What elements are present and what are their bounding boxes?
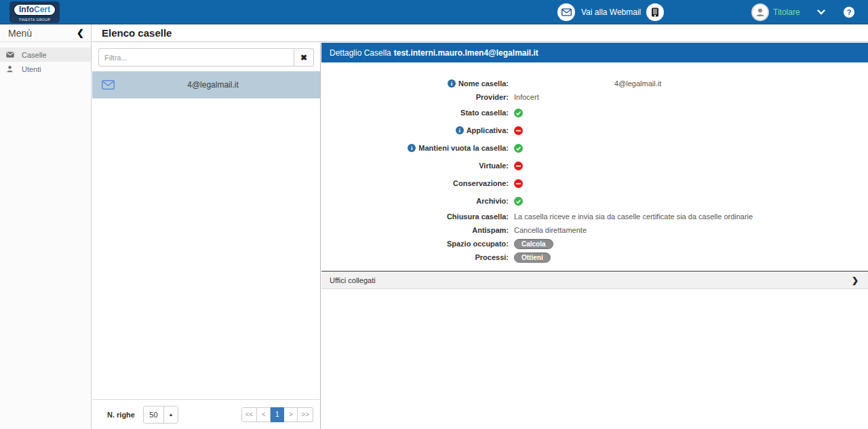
filter-input[interactable] (98, 48, 294, 67)
calcola-button[interactable]: Calcola (514, 239, 553, 249)
info-icon[interactable]: i (408, 144, 416, 152)
mailbox-list-panel: ✖ 4@legalmail.it N. righe 50 ▲ << < 1 > … (92, 43, 321, 429)
webmail-link[interactable]: Vai alla Webmail (581, 0, 641, 24)
detail-row: Conservazione: (321, 174, 868, 192)
chevron-right-icon: ❯ (852, 276, 859, 285)
detail-row: Antispam: Cancella direttamente (321, 223, 868, 237)
offices-icon[interactable] (646, 3, 664, 21)
detail-label: Applicativa: (467, 126, 509, 134)
detail-label: Antispam: (472, 226, 509, 234)
status-ok-icon (514, 109, 523, 117)
status-ok-icon (514, 144, 523, 153)
page-last-button[interactable]: >> (298, 407, 313, 422)
user-icon (6, 65, 14, 73)
rows-per-page-select[interactable]: 50 ▲ (143, 406, 178, 424)
detail-row: Chiusura casella: La casella riceve e in… (321, 210, 868, 223)
sidebar-header: Menù ❮ (0, 24, 91, 42)
status-no-icon (514, 162, 523, 170)
mailbox-detail-panel: Dettaglio Casella test.interni.mauro.lme… (321, 43, 868, 429)
filter-group: ✖ (98, 48, 314, 67)
detail-label: Provider: (476, 93, 509, 101)
pagination: << < 1 > >> (241, 407, 313, 422)
detail-row: Spazio occupato: Calcola (321, 237, 868, 250)
detail-value: Cancella direttamente (514, 226, 587, 234)
sidebar-collapse-icon[interactable]: ❮ (77, 28, 84, 38)
detail-label: Processi: (475, 253, 509, 261)
status-no-icon (514, 179, 523, 188)
page-next-button[interactable]: > (284, 407, 298, 422)
page-header: Elenco caselle (92, 24, 868, 42)
detail-label: Archivio: (476, 197, 509, 205)
logo-text-info: Info (19, 5, 34, 14)
detail-row: Provider: Infocert (321, 90, 868, 104)
detail-header-mailbox: test.interni.mauro.lmen4@legalmail.it (394, 48, 538, 58)
sidebar-item-utenti[interactable]: Utenti (0, 62, 91, 76)
detail-row: Stato casella: (321, 104, 868, 122)
detail-label: Nome casella: (458, 79, 509, 88)
sidebar-item-label: Utenti (22, 65, 41, 73)
envelope-icon (6, 51, 14, 59)
webmail-envelope-icon[interactable] (557, 3, 575, 21)
info-icon[interactable]: i (448, 79, 456, 88)
page-first-button[interactable]: << (241, 407, 258, 422)
detail-label: Spazio occupato: (447, 240, 509, 248)
sidebar: Menù ❮ Caselle Utenti (0, 24, 92, 429)
chevron-down-icon[interactable] (817, 0, 825, 24)
detail-label: Mantieni vuota la casella: (418, 144, 509, 152)
info-icon[interactable]: i (456, 126, 464, 134)
logo-subtitle: TINEXTA GROUP (19, 18, 51, 22)
sidebar-item-label: Caselle (22, 51, 47, 59)
user-role-label[interactable]: Titolare (773, 0, 800, 24)
detail-row: iMantieni vuota la casella: (321, 139, 868, 157)
page-prev-button[interactable]: < (257, 407, 271, 422)
detail-label: Chiusura casella: (447, 212, 509, 221)
detail-value: Infocert (514, 93, 539, 101)
sidebar-title: Menù (8, 28, 32, 39)
page-current-button[interactable]: 1 (271, 407, 284, 422)
detail-label: Virtuale: (479, 162, 509, 170)
page-title: Elenco caselle (92, 27, 172, 39)
detail-header: Dettaglio Casella test.interni.mauro.lme… (321, 43, 868, 62)
infocert-logo[interactable]: InfoCert TINEXTA GROUP (9, 1, 60, 23)
detail-value: La casella riceve e invia sia da caselle… (514, 212, 753, 221)
ottieni-button[interactable]: Ottieni (514, 253, 551, 263)
sidebar-item-caselle[interactable]: Caselle (0, 48, 91, 62)
detail-label: Conservazione: (453, 179, 509, 187)
rows-per-page-value: 50 (144, 407, 163, 423)
detail-label: Stato casella: (460, 109, 509, 117)
uffici-collegati-accordion[interactable]: Uffici collegati ❯ (321, 271, 868, 289)
detail-rows: iNome casella: 4@legalmail.it Provider: … (321, 62, 868, 264)
help-icon[interactable]: ? (844, 7, 854, 18)
detail-row: iApplicativa: (321, 122, 868, 139)
status-ok-icon (514, 197, 523, 206)
rows-per-page-label: N. righe (107, 411, 135, 419)
status-no-icon (514, 126, 523, 135)
detail-row: iNome casella: 4@legalmail.it (321, 77, 868, 90)
accordion-label: Uffici collegati (330, 276, 376, 284)
user-avatar[interactable] (751, 3, 769, 21)
list-footer: N. righe 50 ▲ << < 1 > >> (92, 399, 320, 429)
detail-value: 4@legalmail.it (614, 79, 661, 88)
detail-header-prefix: Dettaglio Casella (330, 48, 391, 58)
mailbox-list-item[interactable]: 4@legalmail.it (92, 71, 320, 98)
topbar: InfoCert TINEXTA GROUP Vai alla Webmail … (0, 0, 868, 24)
caret-up-icon: ▲ (163, 407, 178, 423)
mailbox-address: 4@legalmail.it (115, 80, 311, 90)
detail-row: Virtuale: (321, 157, 868, 174)
detail-row: Archivio: (321, 192, 868, 210)
filter-clear-button[interactable]: ✖ (294, 48, 314, 67)
detail-row: Processi: Ottieni (321, 250, 868, 264)
envelope-icon (102, 81, 115, 89)
logo-text-cert: Cert (34, 5, 50, 14)
